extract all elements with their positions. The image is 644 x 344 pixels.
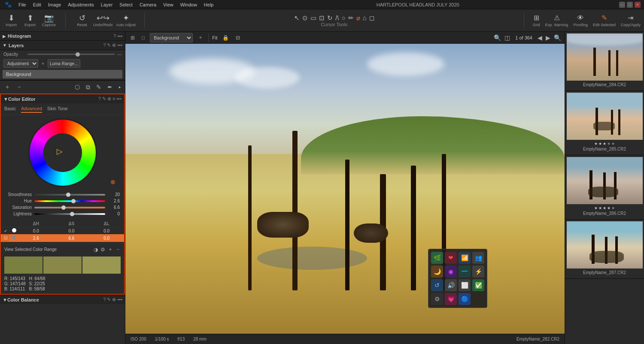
fi-blue-button[interactable]: 🔵 [459, 293, 471, 305]
add-layer-img-button[interactable]: ＋ [196, 33, 205, 42]
tab-skin-tone[interactable]: Skin Tone [47, 105, 68, 113]
fi-red-button[interactable]: ❤ [445, 252, 457, 264]
capture-button[interactable]: 📷 Capture [41, 14, 57, 27]
zoom-search-button[interactable]: 🔍 [494, 34, 501, 41]
lightness-thumb[interactable] [70, 212, 74, 216]
adjustment-dropdown[interactable]: Adjustment [3, 59, 38, 68]
color-wheel[interactable]: ▷ [28, 118, 97, 187]
luma-range-button[interactable]: Luma Range... [48, 59, 80, 68]
exp-warning-button[interactable]: ⚠ Exp. Warning [545, 14, 568, 27]
close-button[interactable]: ✕ [635, 2, 641, 8]
compare-button[interactable]: ◫ [504, 34, 510, 41]
vscr-remove[interactable]: － [115, 246, 121, 253]
grid-button[interactable]: ⊞ Grid [533, 14, 540, 27]
lightness-slider[interactable] [34, 213, 105, 215]
reset-button[interactable]: ↺ Reset [74, 14, 90, 27]
remove-layer-button[interactable]: － [15, 82, 24, 92]
nav-prev[interactable]: ◀ [538, 34, 542, 41]
cursor-tool-lasso[interactable]: ⊙ [302, 14, 308, 22]
vscr-add[interactable]: ＋ [108, 246, 113, 253]
image-container[interactable]: 🌿 ❤ 📶 👥 🌙 ◉ 〰 ⚡ ↺ 🔊 ⬜ ✅ ⚙ 💗 🔵 [125, 44, 565, 334]
fi-settings-button[interactable]: ⚙ [431, 293, 443, 305]
duplicate-layer-button[interactable]: ⧉ [84, 83, 92, 92]
film-item-2[interactable]: ★ ★ ★ ★ ★ EmptyName_286.CR2 [565, 155, 644, 220]
single-view-button[interactable]: □ [140, 34, 146, 42]
tab-basic[interactable]: Basic [4, 105, 16, 113]
histogram-header[interactable]: ▶ Histogram ? ••• [0, 32, 125, 41]
menu-edit[interactable]: Edit [30, 1, 44, 8]
layer-background[interactable]: Background [3, 70, 122, 78]
film-item-3[interactable]: EmptyName_287.CR2 [565, 220, 644, 279]
fi-group-button[interactable]: 👥 [472, 252, 484, 264]
menu-view[interactable]: View [160, 1, 176, 8]
fi-signal-button[interactable]: 〰 [459, 266, 471, 278]
saturation-thumb[interactable] [61, 205, 66, 210]
edit-selected-button[interactable]: ✎ Edit Selected [593, 14, 616, 27]
hue-thumb[interactable] [71, 199, 76, 203]
swatch-1[interactable] [43, 256, 82, 274]
film-item-0[interactable]: EmptyName_284.CR2 [565, 32, 644, 91]
hue-slider[interactable] [34, 200, 105, 202]
grid-view-button[interactable]: ⊞ [129, 34, 137, 42]
menu-window[interactable]: Window [177, 1, 200, 8]
fi-sound-button[interactable]: 🔊 [445, 279, 457, 291]
menu-camera[interactable]: Camera [137, 1, 159, 8]
fill-layer-button[interactable]: ▪ [117, 83, 122, 91]
cursor-tool-select[interactable]: ↖ [294, 14, 300, 22]
fi-gray-button[interactable]: ⬜ [459, 279, 471, 291]
opacity-slider[interactable] [27, 54, 115, 55]
mask-layer-button[interactable]: ⬡ [73, 83, 82, 91]
menu-layer[interactable]: Layer [98, 1, 116, 8]
undoredo-button[interactable]: ↩↪ Undo/Redo [93, 14, 113, 27]
swatch-0[interactable] [4, 256, 43, 274]
fi-check-button[interactable]: ✅ [472, 279, 484, 291]
fi-pink-button[interactable]: 💗 [445, 293, 457, 305]
vscr-settings[interactable]: ⚙ [100, 247, 105, 253]
cursor-tool-brush[interactable]: ✏ [348, 14, 354, 22]
fi-purple-button[interactable]: ◉ [445, 266, 457, 278]
saturation-slider[interactable] [34, 207, 105, 208]
proofing-button[interactable]: 👁 Proofing [573, 14, 588, 27]
cursor-tool-clone[interactable]: ⌂ [363, 14, 367, 21]
color-editor-header[interactable]: ▼ Color Editor ? ✎ ⊕ ≡ ••• [1, 94, 124, 103]
smoothness-slider[interactable] [34, 194, 105, 196]
menu-file[interactable]: File [15, 1, 29, 8]
import-button[interactable]: ⬇ Import [3, 14, 19, 27]
cursor-tool-circle[interactable]: ○ [341, 14, 345, 21]
layers-header[interactable]: ▼ Layers ? ✎ ⊕ ••• [0, 41, 125, 50]
fi-wifi-button[interactable]: 📶 [459, 252, 471, 264]
delta-row-1[interactable]: ☑ 2.6 6.6 0.0 [1, 234, 124, 242]
layer-select[interactable]: Background [150, 33, 193, 42]
maximize-button[interactable]: □ [627, 2, 633, 8]
tab-advanced[interactable]: Advanced [21, 105, 42, 113]
smoothness-thumb[interactable] [66, 193, 70, 197]
delta-check-1[interactable]: ☑ [3, 235, 9, 241]
opacity-thumb[interactable] [76, 52, 80, 57]
menu-image[interactable]: Image [45, 1, 64, 8]
eyedropper-button[interactable]: ⊕ [110, 178, 115, 185]
cursor-tool-line[interactable]: /\ [335, 14, 339, 21]
cursor-tool-erase[interactable]: ◻ [369, 14, 374, 22]
film-item-1[interactable]: ★ ★ ★ ★ ★ EmptyName_285.CR2 [565, 91, 644, 155]
delta-row-0[interactable]: ✓ 0.0 0.0 0.0 [1, 227, 124, 235]
cursor-tool-repair[interactable]: ⌀ [356, 14, 360, 22]
export-button[interactable]: ⬆ Export [22, 14, 38, 27]
autoadjust-button[interactable]: ✦ Auto Adjust [116, 14, 136, 27]
brush-layer-button[interactable]: ✎ [94, 83, 103, 91]
cursor-tool-rect[interactable]: ▭ [310, 14, 316, 22]
pen-layer-button[interactable]: ✒ [106, 83, 114, 91]
fi-green-button[interactable]: 🌿 [431, 252, 443, 264]
nav-search-right[interactable]: 🔍 [554, 34, 561, 41]
menu-help[interactable]: Help [201, 1, 217, 8]
vscr-half-circle[interactable]: ◑ [94, 247, 98, 253]
minimize-button[interactable]: – [619, 2, 625, 8]
lock-icon[interactable]: 🔒 [221, 34, 231, 42]
add-layer-button[interactable]: ＋ [3, 82, 12, 92]
fi-lightning-button[interactable]: ⚡ [472, 266, 484, 278]
fi-orange-button[interactable]: 🌙 [431, 266, 443, 278]
color-balance-header[interactable]: ▼ Color Balance ? ✎ ⊕ ••• [0, 295, 125, 304]
swatch-2[interactable] [82, 256, 121, 274]
nav-next[interactable]: ▶ [546, 34, 550, 41]
menu-adjustments[interactable]: Adjustments [65, 1, 97, 8]
delta-check-0[interactable]: ✓ [4, 229, 7, 233]
